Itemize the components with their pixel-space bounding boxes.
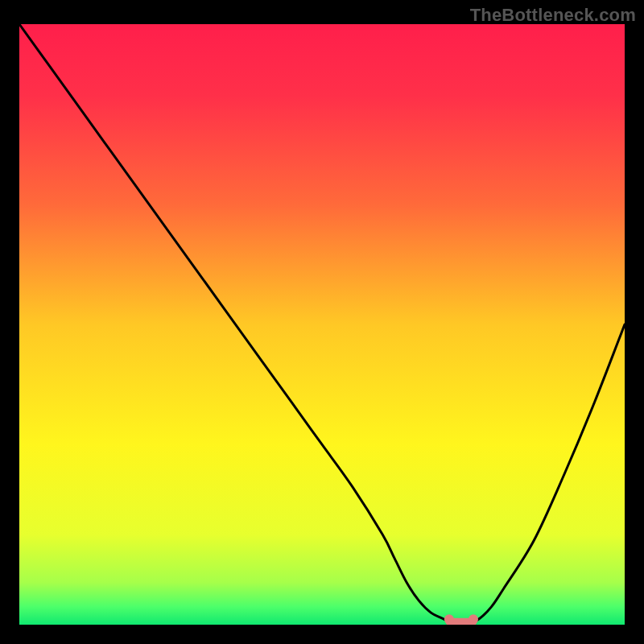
bottleneck-chart xyxy=(0,0,644,644)
watermark-text: TheBottleneck.com xyxy=(470,5,636,26)
optimal-range-start-icon xyxy=(444,614,454,624)
optimal-range-end-icon xyxy=(469,614,478,624)
gradient-background xyxy=(19,24,625,625)
chart-container: TheBottleneck.com xyxy=(0,0,644,644)
